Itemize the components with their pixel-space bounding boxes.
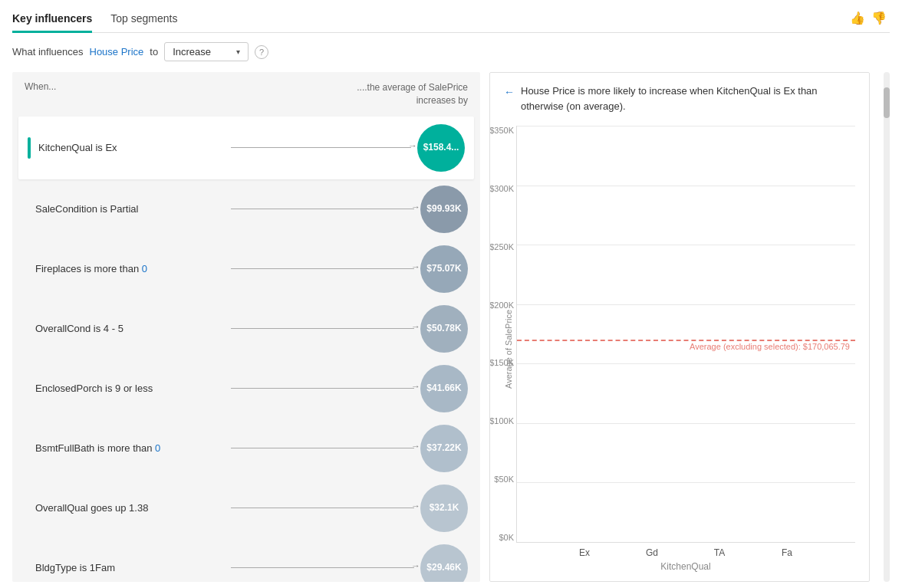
influencer-label: Fireplaces is more than 0 xyxy=(35,263,219,274)
influencer-label: OverallCond is 4 - 5 xyxy=(35,323,219,334)
highlight-text: 0 xyxy=(155,442,160,454)
y-tick: $350K xyxy=(489,126,514,135)
selected-indicator xyxy=(28,137,31,159)
chart-inner: $0K$50K$100K$150K$200K$250K$300K$350K Av… xyxy=(516,126,855,572)
tab-top-segments[interactable]: Top segments xyxy=(110,9,177,33)
toolbar-prefix: What influences xyxy=(12,46,84,57)
influencer-label: EnclosedPorch is 9 or less xyxy=(35,383,219,394)
thumbs-down-icon[interactable]: 👎 xyxy=(871,11,887,25)
toolbar-highlight: House Price xyxy=(90,46,144,57)
toolbar: What influences House Price to Increase … xyxy=(12,42,890,61)
line-connector xyxy=(231,508,414,508)
line-connector xyxy=(231,268,414,269)
x-label-TA: TA xyxy=(696,547,742,558)
value-bubble-overallcond: $50.78K xyxy=(420,305,468,353)
y-tick: $150K xyxy=(489,358,514,367)
back-arrow[interactable]: ← xyxy=(504,84,515,100)
influencer-label: SaleCondition is Partial xyxy=(35,203,219,215)
chart-description-text: House Price is more likely to increase w… xyxy=(521,84,818,113)
influencer-label: KitchenQual is Ex xyxy=(38,142,219,153)
chevron-down-icon: ▾ xyxy=(236,48,240,56)
chart-plot: $0K$50K$100K$150K$200K$250K$300K$350K Av… xyxy=(516,126,855,543)
influence-dropdown[interactable]: Increase ▾ xyxy=(164,42,249,61)
header-when: When... xyxy=(25,81,56,107)
chart-description: ← House Price is more likely to increase… xyxy=(504,84,855,113)
scrollbar[interactable] xyxy=(884,72,890,582)
value-bubble-overallqual: $32.1K xyxy=(420,485,468,532)
value-bubble-enclosedporch: $41.66K xyxy=(420,365,468,412)
scrollbar-thumb xyxy=(884,87,890,118)
line-connector xyxy=(231,448,414,448)
value-bubble-bsmtfullbath: $37.22K xyxy=(420,425,468,472)
influencer-row-fireplaces[interactable]: Fireplaces is more than 0$75.07K xyxy=(12,239,480,299)
line-connector xyxy=(231,209,414,209)
dropdown-value: Increase xyxy=(173,46,211,57)
y-tick: $0K xyxy=(489,533,514,542)
y-tick: $250K xyxy=(489,242,514,251)
value-bubble-fireplaces: $75.07K xyxy=(420,245,468,293)
influencer-row-bsmtfullbath[interactable]: BsmtFullBath is more than 0$37.22K xyxy=(12,419,480,478)
value-bubble-kitchenqual: $158.4... xyxy=(417,124,465,172)
influencer-row-enclosedporch[interactable]: EnclosedPorch is 9 or less$41.66K xyxy=(12,359,480,419)
influencer-label: OverallQual goes up 1.38 xyxy=(35,502,219,514)
right-panel: ← House Price is more likely to increase… xyxy=(489,72,870,582)
tab-key-influencers[interactable]: Key influencers xyxy=(12,9,92,33)
line-connector xyxy=(231,328,414,329)
y-tick: $300K xyxy=(489,184,514,193)
help-button[interactable]: ? xyxy=(255,45,268,59)
value-bubble-salecondition: $99.93K xyxy=(420,186,468,233)
line-connector xyxy=(231,147,411,148)
highlight-text: 0 xyxy=(142,263,147,274)
y-tick: $200K xyxy=(489,301,514,310)
x-label-Gd: Gd xyxy=(629,547,675,558)
chart-area: Average of SalePrice $0K$50K$100K$150K$2… xyxy=(504,126,855,572)
influencer-row-overallqual[interactable]: OverallQual goes up 1.38$32.1K xyxy=(12,478,480,538)
influencer-row-bldgtype[interactable]: BldgType is 1Fam$29.46K xyxy=(12,538,480,582)
influencer-row-kitchenqual[interactable]: KitchenQual is Ex$158.4... xyxy=(18,117,474,179)
left-header: When... ....the average of SalePrice inc… xyxy=(12,78,480,117)
main-content: When... ....the average of SalePrice inc… xyxy=(12,72,890,582)
influencer-row-overallcond[interactable]: OverallCond is 4 - 5$50.78K xyxy=(12,299,480,359)
toolbar-middle: to xyxy=(150,46,158,57)
value-bubble-bldgtype: $29.46K xyxy=(420,544,468,582)
x-axis-title: KitchenQual xyxy=(516,561,855,572)
influencer-label: BsmtFullBath is more than 0 xyxy=(35,442,219,454)
influencer-row-salecondition[interactable]: SaleCondition is Partial$99.93K xyxy=(12,179,480,239)
line-connector xyxy=(231,388,414,389)
bars-container xyxy=(517,126,855,542)
top-icons: 👍 👎 xyxy=(850,11,887,25)
influencer-label: BldgType is 1Fam xyxy=(35,562,219,573)
left-panel: When... ....the average of SalePrice inc… xyxy=(12,72,480,582)
tab-bar: Key influencers Top segments xyxy=(12,9,890,33)
header-avg: ....the average of SalePrice increases b… xyxy=(357,81,468,107)
x-label-Ex: Ex xyxy=(561,547,607,558)
line-connector xyxy=(231,567,414,568)
y-tick: $100K xyxy=(489,416,514,425)
y-tick: $50K xyxy=(489,475,514,484)
thumbs-up-icon[interactable]: 👍 xyxy=(850,11,865,25)
influencer-list: KitchenQual is Ex$158.4...SaleCondition … xyxy=(12,117,480,582)
x-label-Fa: Fa xyxy=(764,547,810,558)
x-axis-labels: ExGdTAFa xyxy=(516,543,855,558)
